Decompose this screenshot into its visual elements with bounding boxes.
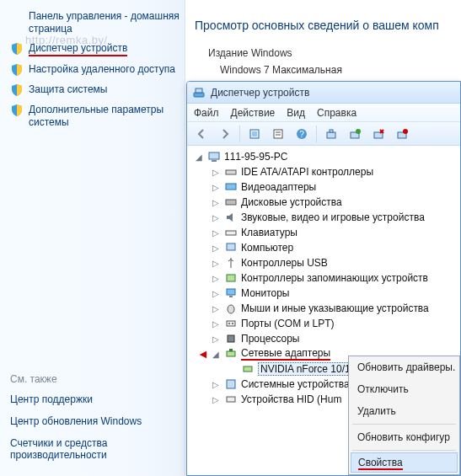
- advanced-settings-link[interactable]: Дополнительные параметры системы: [10, 100, 180, 132]
- keyboard-icon: [224, 226, 238, 239]
- svg-point-17: [403, 129, 408, 134]
- expand-icon[interactable]: ▷: [211, 394, 221, 404]
- storage-controller-icon: [224, 271, 238, 285]
- remote-access-link[interactable]: Настройка удаленного доступа: [10, 60, 180, 80]
- back-button[interactable]: [192, 125, 211, 143]
- tree-label: Сетевые адаптеры: [241, 347, 330, 361]
- monitor-icon: [224, 286, 238, 300]
- tree-node-usb[interactable]: ▷Контроллеры USB: [190, 255, 460, 270]
- svg-rect-34: [229, 349, 233, 351]
- shield-icon: [10, 42, 24, 56]
- tree-node-sound[interactable]: ▷Звуковые, видео и игровые устройства: [190, 210, 460, 225]
- device-manager-window: Диспетчер устройств Файл Действие Вид Сп…: [186, 81, 461, 476]
- tree-node-monitors[interactable]: ▷Мониторы: [190, 286, 460, 301]
- expand-icon[interactable]: ▷: [211, 334, 221, 344]
- titlebar[interactable]: Диспетчер устройств: [187, 82, 460, 104]
- expand-icon[interactable]: ▷: [211, 258, 221, 268]
- svg-rect-1: [196, 88, 202, 93]
- tree-label: Мониторы: [241, 287, 289, 299]
- disable-button[interactable]: [393, 125, 411, 143]
- tree-node-mice[interactable]: ▷Мыши и иные указывающие устройства: [190, 301, 460, 316]
- update-driver-button[interactable]: [346, 125, 364, 143]
- expand-icon[interactable]: ▷: [211, 227, 221, 238]
- properties-button[interactable]: [269, 125, 287, 143]
- tree-node-processors[interactable]: ▷Процессоры: [190, 331, 460, 346]
- svg-point-30: [228, 323, 230, 324]
- link-label: Дополнительные параметры системы: [29, 104, 180, 129]
- expand-icon[interactable]: ▷: [211, 167, 221, 177]
- menu-bar: Файл Действие Вид Справка: [187, 104, 460, 122]
- svg-rect-25: [227, 275, 235, 281]
- menu-file[interactable]: Файл: [194, 107, 219, 119]
- expand-icon[interactable]: ▷: [211, 288, 221, 298]
- shield-icon: [10, 83, 24, 97]
- show-hidden-button[interactable]: [245, 125, 264, 143]
- svg-rect-27: [229, 296, 233, 297]
- expand-icon[interactable]: ▷: [211, 273, 221, 283]
- tree-label: Компьютер: [241, 242, 293, 254]
- svg-rect-19: [212, 160, 217, 162]
- device-manager-icon: [192, 86, 206, 99]
- ctx-update-driver[interactable]: Обновить драйверы.: [349, 356, 459, 378]
- svg-point-31: [232, 323, 233, 324]
- see-also-header: См. также: [10, 370, 175, 388]
- svg-rect-32: [228, 335, 234, 342]
- svg-rect-10: [330, 130, 333, 132]
- forward-button[interactable]: [216, 125, 234, 143]
- tree-label: Устройства HID (Hum: [241, 393, 341, 405]
- svg-rect-3: [252, 131, 257, 136]
- ctx-scan-hardware[interactable]: Обновить конфигур: [349, 426, 459, 448]
- expand-icon[interactable]: ▷: [211, 182, 221, 192]
- tree-root[interactable]: ◢ 111-95-95-PC: [190, 149, 460, 164]
- expand-icon[interactable]: ▷: [211, 212, 221, 222]
- windows-update-link[interactable]: Центр обновления Windows: [10, 410, 175, 432]
- action-center-link[interactable]: Центр поддержки: [10, 388, 175, 410]
- disk-icon: [224, 195, 238, 209]
- menu-help[interactable]: Справка: [317, 107, 356, 119]
- tree-node-ide[interactable]: ▷IDE ATA/ATAPI контроллеры: [190, 164, 460, 179]
- ctx-disable[interactable]: Отключить: [349, 378, 459, 400]
- scan-hardware-button[interactable]: [322, 125, 340, 143]
- network-card-icon: [241, 362, 255, 376]
- expand-icon[interactable]: ▷: [211, 318, 221, 329]
- tree-node-keyboard[interactable]: ▷Клавиатуры: [190, 225, 460, 240]
- svg-rect-21: [226, 184, 236, 190]
- tree-node-disk[interactable]: ▷Дисковые устройства: [190, 195, 460, 210]
- tree-label: Звуковые, видео и игровые устройства: [241, 211, 425, 223]
- ctx-properties[interactable]: Свойства: [351, 452, 458, 473]
- svg-point-12: [356, 129, 361, 134]
- menu-view[interactable]: Вид: [287, 107, 305, 119]
- tree-label: Дисковые устройства: [241, 196, 342, 208]
- uninstall-button[interactable]: [369, 125, 388, 143]
- tree-node-video[interactable]: ▷Видеоадаптеры: [190, 179, 460, 195]
- toolbar-separator: [316, 126, 317, 142]
- port-icon: [224, 317, 238, 330]
- usb-icon: [224, 256, 238, 270]
- collapse-icon[interactable]: ◢: [211, 349, 221, 359]
- svg-rect-9: [327, 132, 335, 138]
- system-protection-link[interactable]: Защита системы: [10, 80, 180, 100]
- expand-icon[interactable]: ▷: [211, 303, 221, 313]
- tree-node-computer[interactable]: ▷Компьютер: [190, 240, 460, 255]
- svg-rect-22: [226, 200, 236, 205]
- svg-rect-20: [226, 170, 236, 174]
- svg-rect-35: [244, 366, 252, 372]
- perf-tools-link[interactable]: Счетчики и средства производительности: [10, 432, 175, 466]
- expand-icon[interactable]: ▷: [211, 379, 221, 389]
- mouse-icon: [224, 302, 238, 315]
- toolbar: ?: [187, 122, 460, 146]
- ctx-uninstall[interactable]: Удалить: [349, 400, 459, 422]
- collapse-icon[interactable]: ◢: [194, 152, 204, 162]
- menu-action[interactable]: Действие: [231, 107, 276, 119]
- tree-node-ports[interactable]: ▷Порты (COM и LPT): [190, 316, 460, 331]
- tree-label: Видеоадаптеры: [241, 181, 316, 193]
- expand-icon[interactable]: ▷: [211, 243, 221, 253]
- help-button[interactable]: ?: [292, 125, 311, 143]
- display-adapter-icon: [224, 180, 238, 194]
- tree-node-storage-ctrl[interactable]: ▷Контроллеры запоминающих устройств: [190, 270, 460, 286]
- svg-rect-0: [194, 93, 204, 97]
- link-label: Панель управления - домашняя страница: [29, 10, 180, 35]
- expand-icon[interactable]: ▷: [211, 197, 221, 207]
- tree-label: 111-95-95-PC: [224, 151, 287, 163]
- ctx-label: Свойства: [358, 457, 403, 470]
